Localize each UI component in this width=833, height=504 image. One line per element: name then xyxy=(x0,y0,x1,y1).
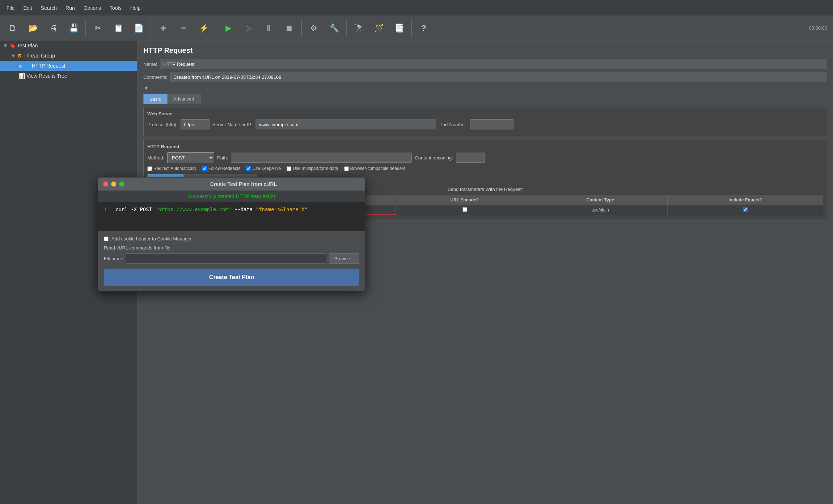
follow-redirects-checkbox[interactable] xyxy=(202,166,207,171)
sep5 xyxy=(346,20,347,37)
menu-edit[interactable]: Edit xyxy=(20,4,36,12)
keep-alive-label: Use KeepAlive xyxy=(252,166,281,171)
cookie-checkbox-row: Add cookie header to Cookie Manager xyxy=(104,236,359,242)
play-button[interactable]: ▶ xyxy=(219,18,238,38)
comments-label: Comments: xyxy=(143,74,167,80)
method-select[interactable]: POST GET PUT DELETE PATCH xyxy=(167,152,214,163)
lightning-button[interactable]: ⚡ xyxy=(194,18,213,38)
cell-urlencode[interactable] xyxy=(396,205,533,215)
redirect-auto-check[interactable]: Redirect Automatically xyxy=(147,166,196,171)
modal-code-area[interactable]: 1 curl -X POST "https://www.example.com"… xyxy=(98,202,365,231)
modal-success-message: Successfully created HTTP Request(s) xyxy=(98,191,365,202)
new-button[interactable]: 🗋 xyxy=(3,18,22,38)
menu-search[interactable]: Search xyxy=(37,4,60,12)
wand-button[interactable]: 🪄 xyxy=(369,18,389,38)
expand-icon: ▼ xyxy=(3,43,8,48)
follow-redirects-label: Follow Redirects xyxy=(208,166,241,171)
path-input[interactable] xyxy=(231,153,412,163)
remove-button[interactable]: − xyxy=(174,18,193,38)
encoding-input[interactable] xyxy=(456,153,485,163)
filename-row: Filename Browse... xyxy=(104,253,359,264)
keep-alive-check[interactable]: Use KeepAlive xyxy=(246,166,281,171)
web-server-title: Web Server xyxy=(147,111,823,116)
includeequals-checkbox[interactable] xyxy=(743,207,748,212)
line-number: 1 xyxy=(104,206,111,227)
sidebar-item-thread-group[interactable]: ▼ ⚙ Thread Group xyxy=(0,51,137,61)
filename-label: Filename xyxy=(104,256,123,261)
http-request-label: HTTP Request xyxy=(32,63,65,69)
sep2 xyxy=(151,20,151,37)
keep-alive-checkbox[interactable] xyxy=(246,166,251,171)
sidebar-item-view-results-tree[interactable]: 📊 View Results Tree xyxy=(0,71,137,81)
comments-input[interactable] xyxy=(170,72,827,82)
protocol-row: Protocol [http]: Server Name or IP: Port… xyxy=(147,119,823,129)
cookie-checkbox[interactable] xyxy=(104,236,109,241)
http-request-icon2: 🌐 xyxy=(24,63,30,69)
wrench-button[interactable]: 🔧 xyxy=(324,18,344,38)
server-label: Server Name or IP: xyxy=(212,122,253,127)
thread-expand-icon: ▼ xyxy=(11,53,16,59)
sep3 xyxy=(216,20,216,37)
sep6 xyxy=(411,20,412,37)
multipart-check[interactable]: Use multipart/form-data xyxy=(287,166,338,171)
col-urlencode: URL Encode? xyxy=(396,195,533,205)
browser-compat-check[interactable]: Browser-compatible headers xyxy=(344,166,406,171)
curl-cmd: curl -X POST xyxy=(115,206,155,212)
port-input[interactable] xyxy=(470,119,513,129)
menu-file[interactable]: File xyxy=(3,4,18,12)
close-button[interactable] xyxy=(103,181,108,187)
doc-button[interactable]: 📑 xyxy=(389,18,409,38)
add-button[interactable]: + xyxy=(153,18,173,38)
cut-button[interactable]: ✂ xyxy=(88,18,108,38)
name-input[interactable] xyxy=(160,59,827,69)
menu-run[interactable]: Run xyxy=(62,4,79,12)
thread-group-icon: ⚙ xyxy=(17,53,22,59)
maximize-button[interactable] xyxy=(119,181,124,187)
curl-data-value: "fname=s&lname=b" xyxy=(256,206,308,212)
curl-url: "https://www.example.com" xyxy=(155,206,232,212)
gear-button[interactable]: ⚙ xyxy=(304,18,324,38)
redirect-auto-checkbox[interactable] xyxy=(147,166,152,171)
menu-tools[interactable]: Tools xyxy=(106,4,125,12)
urlencode-checkbox[interactable] xyxy=(462,207,467,212)
minimize-button[interactable] xyxy=(111,181,116,187)
follow-redirects-check[interactable]: Follow Redirects xyxy=(202,166,241,171)
col-includeequals: Include Equals? xyxy=(667,195,823,205)
protocol-label: Protocol [http]: xyxy=(147,122,178,127)
sidebar-item-http-request[interactable]: ▶ 🌐 HTTP Request xyxy=(0,61,137,71)
multipart-checkbox[interactable] xyxy=(287,166,291,171)
menu-help[interactable]: Help xyxy=(127,4,144,12)
stop-button[interactable]: ⏹ xyxy=(279,18,299,38)
menu-options[interactable]: Options xyxy=(80,4,105,12)
modal-body: Add cookie header to Cookie Manager Read… xyxy=(98,231,365,291)
modal-titlebar: Create Test Plan from cURL xyxy=(98,178,365,191)
browse-button[interactable]: Browse... xyxy=(329,253,359,264)
open-button[interactable]: 📂 xyxy=(23,18,43,38)
browser-compat-checkbox[interactable] xyxy=(344,166,349,171)
create-test-plan-button[interactable]: Create Test Plan xyxy=(104,269,359,286)
thread-group-label: Thread Group xyxy=(24,53,55,59)
server-input[interactable] xyxy=(255,119,436,129)
multipart-label: Use multipart/form-data xyxy=(293,166,338,171)
tab-advanced[interactable]: Advanced xyxy=(167,94,200,104)
redirect-auto-label: Redirect Automatically xyxy=(153,166,196,171)
paste-button[interactable]: 📄 xyxy=(129,18,148,38)
cell-includeequals[interactable] xyxy=(667,205,823,215)
pause-button[interactable]: ⏸ xyxy=(259,18,279,38)
test-plan-icon: 🔖 xyxy=(9,43,16,48)
menu-bar: File Edit Search Run Options Tools Help xyxy=(0,0,833,16)
http-request-icon: ▶ xyxy=(19,63,23,69)
copy-button[interactable]: 📋 xyxy=(109,18,128,38)
comments-row: Comments: xyxy=(143,72,827,82)
save-button[interactable]: 💾 xyxy=(64,18,83,38)
sidebar-item-test-plan[interactable]: ▼ 🔖 Test Plan xyxy=(0,40,137,51)
print-button[interactable]: 🖨 xyxy=(43,18,63,38)
tab-basic[interactable]: Basic xyxy=(143,94,167,104)
help-button[interactable]: ? xyxy=(414,18,434,38)
filename-input[interactable] xyxy=(126,253,326,264)
protocol-input[interactable] xyxy=(181,119,210,129)
results-tree-label: View Results Tree xyxy=(26,73,67,79)
binoculars-button[interactable]: 🔭 xyxy=(349,18,368,38)
play-arrow-button[interactable]: ▷ xyxy=(239,18,258,38)
timer-display: 00:00:00 xyxy=(809,25,830,31)
